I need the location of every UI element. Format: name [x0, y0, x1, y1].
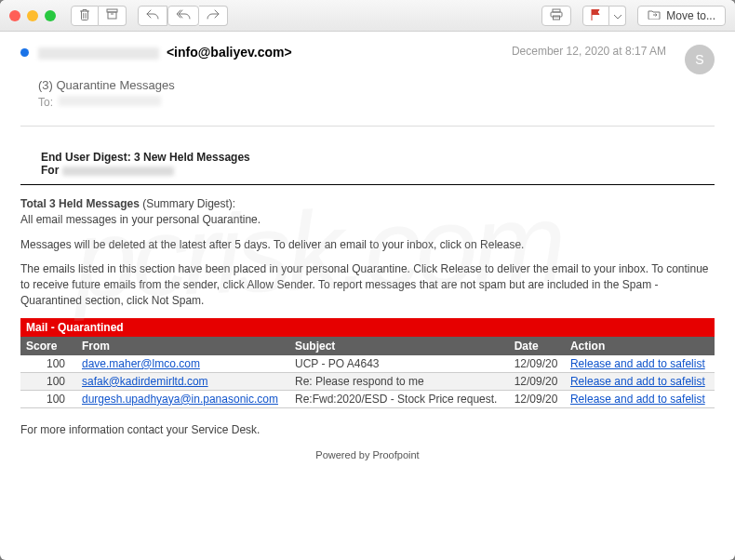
action-link[interactable]: Release and add to safelist [570, 357, 705, 370]
maximize-window-button[interactable] [45, 10, 56, 21]
sender-line: <info@baliyev.com> [38, 45, 502, 60]
digest-header-box: End User Digest: 3 New Held Messages For [20, 143, 715, 185]
cell-score: 100 [20, 355, 76, 373]
digest-for-label: For [41, 164, 59, 177]
footer-info: For more information contact your Servic… [20, 423, 715, 436]
cell-score: 100 [20, 372, 76, 390]
reply-all-icon [176, 9, 191, 22]
print-button[interactable] [541, 6, 571, 26]
cell-subject: Re: Please respond to me [289, 372, 509, 390]
cell-date: 12/09/20 [509, 355, 565, 373]
avatar: S [685, 45, 715, 74]
from-link[interactable]: dave.maher@lmco.com [82, 357, 200, 370]
chevron-down-icon [614, 9, 621, 22]
flag-button[interactable] [582, 6, 609, 26]
table-row: 100 dave.maher@lmco.com UCP - PO A4643 1… [20, 355, 715, 373]
move-to-label: Move to... [666, 9, 715, 22]
folder-move-icon [648, 9, 661, 22]
summary-suffix: (Summary Digest): [140, 197, 235, 210]
table-row: 100 durgesh.upadhyaya@in.panasonic.com R… [20, 390, 715, 407]
cell-subject: UCP - PO A4643 [289, 355, 509, 373]
window-controls [9, 10, 56, 21]
to-line: To: [38, 96, 715, 109]
print-icon [550, 8, 563, 23]
close-window-button[interactable] [9, 10, 20, 21]
message-content: <info@baliyev.com> December 12, 2020 at … [0, 32, 735, 560]
table-row: 100 safak@kadirdemirltd.com Re: Please r… [20, 372, 715, 390]
reply-button[interactable] [138, 6, 167, 26]
digest-recipient-redacted [62, 167, 174, 176]
forward-icon [207, 9, 220, 22]
message-date: December 12, 2020 at 8:17 AM [512, 45, 666, 58]
reply-all-button[interactable] [167, 6, 199, 26]
deletion-note: Messages will be deleted at the latest a… [20, 237, 715, 253]
archive-icon [106, 8, 118, 22]
flag-dropdown[interactable] [609, 6, 626, 26]
unread-indicator [20, 48, 29, 57]
archive-button[interactable] [99, 6, 127, 26]
cell-date: 12/09/20 [509, 372, 565, 390]
action-link[interactable]: Release and add to safelist [570, 393, 705, 406]
cell-subject: Re:Fwd:2020/ESD - Stock Price request. [289, 390, 509, 407]
cell-score: 100 [20, 390, 76, 407]
table-section-title: Mail - Quarantined [20, 318, 715, 337]
sender-email: <info@baliyev.com> [167, 45, 292, 60]
action-link[interactable]: Release and add to safelist [570, 375, 705, 388]
summary-label: Total 3 Held Messages [20, 197, 140, 210]
flag-icon [591, 8, 601, 23]
minimize-window-button[interactable] [27, 10, 38, 21]
col-score: Score [20, 337, 76, 355]
col-from: From [76, 337, 289, 355]
reply-icon [146, 9, 159, 22]
delete-button[interactable] [71, 6, 99, 26]
col-subject: Subject [289, 337, 509, 355]
forward-button[interactable] [199, 6, 228, 26]
col-action: Action [565, 337, 715, 355]
col-date: Date [509, 337, 565, 355]
svg-rect-1 [108, 12, 116, 19]
summary-line2: All email messages in your personal Quar… [20, 213, 261, 226]
from-link[interactable]: safak@kadirdemirltd.com [82, 375, 208, 388]
move-to-button[interactable]: Move to... [637, 6, 726, 26]
cell-date: 12/09/20 [509, 390, 565, 407]
trash-icon [79, 8, 90, 23]
digest-title: End User Digest: 3 New Held Messages [41, 151, 715, 164]
window-titlebar: Move to... [0, 0, 735, 32]
quarantine-table: Mail - Quarantined Score From Subject Da… [20, 318, 715, 408]
to-label: To: [38, 96, 53, 109]
summary-block: Total 3 Held Messages (Summary Digest): … [20, 196, 715, 228]
from-link[interactable]: durgesh.upadhyaya@in.panasonic.com [82, 393, 278, 406]
powered-by: Powered by Proofpoint [20, 449, 715, 460]
message-body: End User Digest: 3 New Held Messages For… [20, 126, 715, 460]
mail-window: pcrisk.com [0, 0, 735, 560]
explanation-text: The emails listed in this section have b… [20, 261, 715, 308]
message-subject: (3) Quarantine Messages [38, 78, 715, 92]
to-recipient-redacted [59, 96, 161, 106]
sender-name-redacted [38, 47, 159, 60]
